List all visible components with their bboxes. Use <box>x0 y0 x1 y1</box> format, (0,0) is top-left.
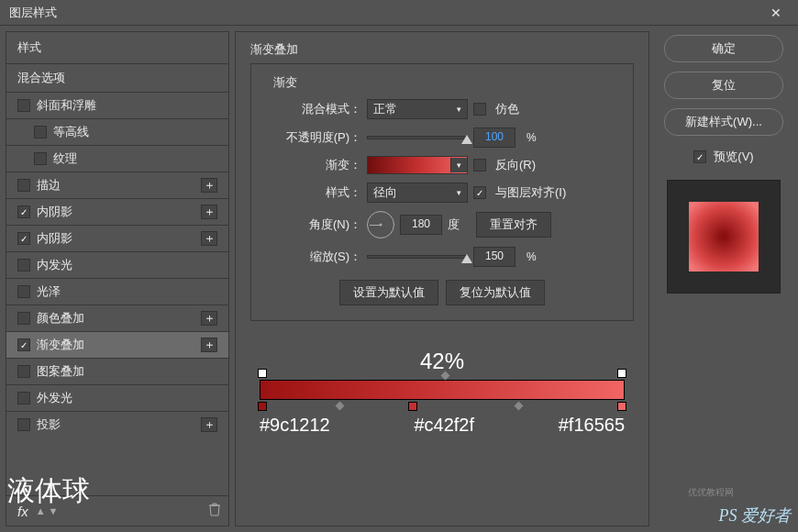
preview-box <box>667 180 781 294</box>
action-panel: 确定 复位 新建样式(W)... 预览(V) <box>655 31 792 526</box>
chevron-down-icon: ▾ <box>457 105 461 114</box>
dither-label: 仿色 <box>495 101 519 117</box>
style-checkbox[interactable] <box>17 312 30 325</box>
new-style-button[interactable]: 新建样式(W)... <box>664 108 783 136</box>
sidebar-item-label: 纹理 <box>53 150 217 167</box>
color-stop-hex: #9c1212 <box>260 415 330 436</box>
gradient-picker[interactable]: ▾ <box>367 156 468 174</box>
style-checkbox[interactable] <box>17 418 30 431</box>
preview-swatch <box>689 202 759 272</box>
sidebar-item-label: 投影 <box>37 416 201 433</box>
sidebar-item[interactable]: 投影＋ <box>6 411 228 438</box>
watermark-text: 优优教程网 <box>688 486 734 499</box>
settings-panel: 渐变叠加 渐变 混合模式： 正常▾ 仿色 不透明度(P)： 100 % 渐变： … <box>235 31 649 526</box>
plus-icon[interactable]: ＋ <box>201 231 217 246</box>
sidebar-item[interactable]: 内阴影＋ <box>6 225 228 251</box>
reverse-checkbox[interactable] <box>473 159 486 172</box>
style-checkbox[interactable] <box>17 99 30 112</box>
sidebar-item-label: 斜面和浮雕 <box>37 97 217 114</box>
color-stop[interactable] <box>408 402 417 411</box>
style-checkbox[interactable] <box>17 338 30 351</box>
styles-sidebar: 样式 混合选项 斜面和浮雕等高线纹理描边＋内阴影＋内阴影＋内发光光泽颜色叠加＋渐… <box>6 31 229 526</box>
scale-label: 缩放(S)： <box>270 249 361 265</box>
angle-input[interactable]: 180 <box>400 215 442 235</box>
gradient-bar[interactable] <box>260 380 625 400</box>
style-checkbox[interactable] <box>17 365 30 378</box>
plus-icon[interactable]: ＋ <box>201 311 217 326</box>
angle-dial[interactable] <box>367 211 394 238</box>
color-stop-hex: #c42f2f <box>414 415 474 436</box>
opacity-input[interactable]: 100 <box>473 127 515 148</box>
degree-label: 度 <box>448 216 460 233</box>
reverse-label: 反向(R) <box>495 157 536 173</box>
style-checkbox[interactable] <box>34 152 47 165</box>
opacity-slider[interactable] <box>367 136 468 139</box>
layer-name-overlay: 液体球 <box>7 472 90 510</box>
opacity-label: 不透明度(P)： <box>270 129 361 146</box>
color-stop[interactable] <box>617 402 626 411</box>
color-stop-hex: #f16565 <box>559 415 625 436</box>
style-checkbox[interactable] <box>17 259 30 272</box>
opacity-stop[interactable] <box>617 369 626 378</box>
set-default-button[interactable]: 设置为默认值 <box>339 280 438 305</box>
window-title: 图层样式 <box>9 5 763 21</box>
gradient-editor: 42% #9c1212 #c42f2f #f16565 <box>250 349 634 436</box>
style-checkbox[interactable] <box>17 205 30 218</box>
sidebar-item[interactable]: 图案叠加 <box>6 358 228 384</box>
blend-mode-dropdown[interactable]: 正常▾ <box>367 99 468 119</box>
plus-icon[interactable]: ＋ <box>201 417 217 432</box>
sidebar-item[interactable]: 等高线 <box>6 118 228 145</box>
close-icon[interactable]: ✕ <box>763 6 789 20</box>
sidebar-header: 样式 <box>6 32 228 64</box>
scale-slider[interactable] <box>367 255 468 259</box>
blending-options[interactable]: 混合选项 <box>6 64 228 92</box>
chevron-down-icon: ▾ <box>457 188 461 197</box>
midpoint-handle[interactable] <box>514 402 523 411</box>
sidebar-item-label: 内阴影 <box>37 230 201 247</box>
style-checkbox[interactable] <box>17 392 30 405</box>
sidebar-item[interactable]: 外发光 <box>6 384 228 411</box>
style-checkbox[interactable] <box>17 179 30 192</box>
preview-checkbox[interactable] <box>693 150 706 163</box>
ok-button[interactable]: 确定 <box>664 35 783 62</box>
color-stop[interactable] <box>258 402 267 411</box>
preview-label: 预览(V) <box>714 149 753 165</box>
sidebar-item[interactable]: 内发光 <box>6 251 228 278</box>
fieldset-title: 渐变 <box>270 74 301 91</box>
sidebar-item-label: 渐变叠加 <box>37 337 201 353</box>
trash-icon[interactable] <box>208 502 221 520</box>
style-checkbox[interactable] <box>34 126 47 139</box>
scale-input[interactable]: 150 <box>473 247 515 267</box>
dither-checkbox[interactable] <box>473 103 486 116</box>
sidebar-item[interactable]: 颜色叠加＋ <box>6 305 228 331</box>
plus-icon[interactable]: ＋ <box>201 178 217 193</box>
align-label: 与图层对齐(I) <box>495 184 566 201</box>
cancel-button[interactable]: 复位 <box>664 72 783 99</box>
align-checkbox[interactable] <box>473 186 486 199</box>
sidebar-item-label: 内阴影 <box>37 204 201 220</box>
gradient-label: 渐变： <box>270 157 361 173</box>
reset-align-button[interactable]: 重置对齐 <box>476 212 551 238</box>
reset-default-button[interactable]: 复位为默认值 <box>446 280 545 305</box>
style-checkbox[interactable] <box>17 285 30 298</box>
sidebar-item[interactable]: 斜面和浮雕 <box>6 92 228 118</box>
plus-icon[interactable]: ＋ <box>201 205 217 219</box>
sidebar-item[interactable]: 描边＋ <box>6 172 228 198</box>
sidebar-item-label: 颜色叠加 <box>37 310 201 327</box>
style-dropdown[interactable]: 径向▾ <box>367 183 468 203</box>
sidebar-item[interactable]: 渐变叠加＋ <box>6 331 228 358</box>
gradient-percent: 42% <box>250 349 634 374</box>
opacity-stop[interactable] <box>258 369 267 378</box>
watermark-text: PS 爱好者 <box>719 504 792 526</box>
style-checkbox[interactable] <box>17 232 30 245</box>
sidebar-item-label: 外发光 <box>37 390 217 406</box>
plus-icon[interactable]: ＋ <box>201 338 217 352</box>
sidebar-item[interactable]: 光泽 <box>6 278 228 305</box>
sidebar-item-label: 描边 <box>37 177 201 194</box>
sidebar-item[interactable]: 内阴影＋ <box>6 198 228 225</box>
sidebar-item[interactable]: 纹理 <box>6 145 228 172</box>
section-title: 渐变叠加 <box>250 41 634 58</box>
blend-mode-label: 混合模式： <box>270 101 361 117</box>
midpoint-handle[interactable] <box>335 402 344 411</box>
sidebar-item-label: 图案叠加 <box>37 363 217 380</box>
